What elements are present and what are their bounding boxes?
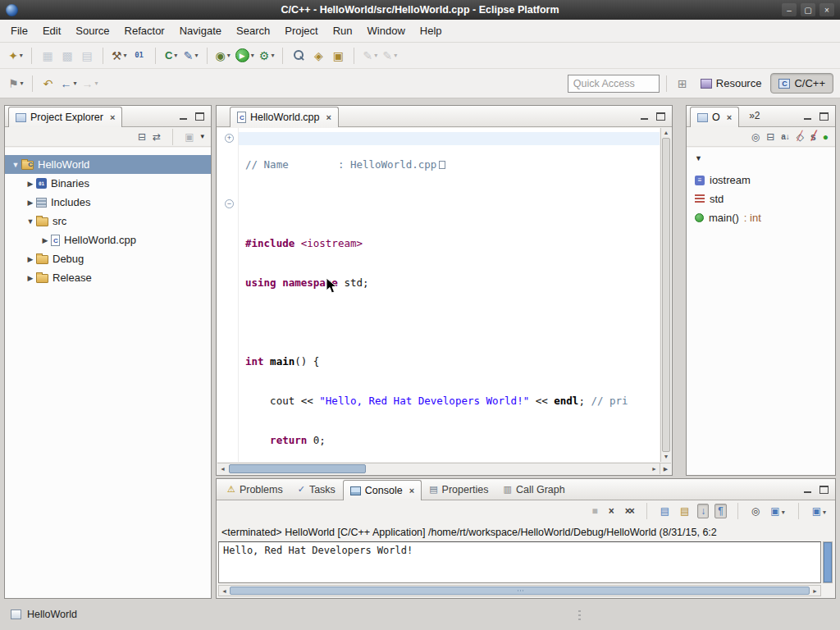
maximize-view-button[interactable] xyxy=(819,112,829,121)
scroll-down-arrow-icon[interactable]: ▼ xyxy=(661,452,671,462)
show-stderr-button[interactable]: ▤ xyxy=(678,504,692,518)
pin-console-button[interactable]: ◎ xyxy=(749,504,762,518)
link-with-editor-button[interactable]: ⇄ xyxy=(153,132,161,142)
hide-fields-button[interactable]: ◇ xyxy=(797,132,804,142)
remove-all-terminated-button[interactable]: ×× xyxy=(623,504,636,518)
close-icon[interactable]: × xyxy=(110,113,115,122)
scroll-left-arrow-icon[interactable]: ◄ xyxy=(217,463,228,474)
editor-horizontal-scrollbar[interactable]: ◄ ► xyxy=(217,463,660,474)
collapse-all-button[interactable]: ⊟ xyxy=(138,132,146,142)
menu-project[interactable]: Project xyxy=(277,21,325,41)
menu-search[interactable]: Search xyxy=(229,21,277,41)
minimize-view-button[interactable] xyxy=(803,486,812,494)
quick-access-input[interactable] xyxy=(568,75,660,93)
menu-run[interactable]: Run xyxy=(326,21,360,41)
new-wizard-button[interactable]: ✦ xyxy=(7,46,25,66)
close-icon[interactable]: × xyxy=(409,486,414,495)
expander-icon[interactable]: ▼ xyxy=(25,217,36,226)
tab-tasks[interactable]: ✓ Tasks xyxy=(290,479,343,500)
scrollbar-thumb[interactable] xyxy=(662,138,670,452)
expander-icon[interactable]: ▶ xyxy=(25,180,36,188)
expander-icon[interactable]: ▶ xyxy=(25,255,36,263)
menu-file[interactable]: File xyxy=(3,21,35,41)
minimize-view-button[interactable] xyxy=(803,112,812,121)
scroll-right-arrow-icon[interactable]: ► xyxy=(649,463,660,474)
display-console-button[interactable]: ▣ xyxy=(768,504,787,518)
tree-item-binaries[interactable]: ▶ Binaries xyxy=(5,174,211,193)
new-source-file-button[interactable]: ✎ xyxy=(182,46,200,66)
trim-drag-handle[interactable] xyxy=(578,610,581,622)
sort-button[interactable]: a↓ xyxy=(781,133,790,141)
show-stdout-button[interactable]: ▤ xyxy=(658,504,672,518)
scrollbar-thumb[interactable] xyxy=(230,587,810,595)
scroll-left-arrow-icon[interactable]: ◄ xyxy=(219,586,230,596)
terminate-button[interactable]: ■ xyxy=(589,504,600,518)
close-icon[interactable]: × xyxy=(326,113,331,122)
outline-item-iostream[interactable]: iostream xyxy=(687,171,835,189)
open-type-button[interactable]: ◈ xyxy=(309,46,327,66)
fold-expanded-icon[interactable]: − xyxy=(225,199,234,208)
minimize-view-button[interactable] xyxy=(640,112,649,121)
editor-scroll-corner[interactable]: ▶ xyxy=(660,463,671,474)
scroll-right-arrow-icon[interactable]: ► xyxy=(810,586,820,596)
expander-icon[interactable]: ▶ xyxy=(25,199,36,207)
back-button[interactable]: ← xyxy=(59,74,79,94)
scrollbar-thumb[interactable] xyxy=(824,542,832,582)
tab-properties[interactable]: ▤ Properties xyxy=(422,479,495,500)
tab-console[interactable]: Console × xyxy=(343,480,422,500)
expander-icon[interactable]: ▶ xyxy=(39,236,51,244)
close-window-button[interactable]: × xyxy=(819,3,834,16)
view-menu-button[interactable]: ▾ xyxy=(200,133,204,140)
outline-item-std[interactable]: std xyxy=(687,189,835,208)
maximize-view-button[interactable] xyxy=(195,112,204,121)
outline-root-caret-icon[interactable]: ▼ xyxy=(695,154,835,162)
perspective-cpp-button[interactable]: C/C++ xyxy=(770,73,833,94)
focus-icon[interactable]: ◎ xyxy=(751,132,760,142)
menu-window[interactable]: Window xyxy=(360,21,413,41)
scroll-up-arrow-icon[interactable]: ▲ xyxy=(661,128,671,138)
maximize-view-button[interactable] xyxy=(656,112,665,121)
outline-item-main[interactable]: main() : int xyxy=(687,208,835,227)
tree-item-release[interactable]: ▶ Release xyxy=(5,268,211,287)
print-button[interactable]: ▤ xyxy=(78,46,96,66)
save-button[interactable]: ▦ xyxy=(39,46,57,66)
console-output[interactable]: Hello, Red Hat Developers World! xyxy=(218,541,821,583)
menu-refactor[interactable]: Refactor xyxy=(117,21,172,41)
code-editor[interactable]: + − // Name : HelloWorld.cpp #include <i… xyxy=(217,128,660,462)
tree-item-helloworld-project[interactable]: ▼ HelloWorld xyxy=(5,155,211,174)
collapse-all-button[interactable]: ⊟ xyxy=(766,132,774,142)
scrollbar-thumb[interactable] xyxy=(229,464,366,473)
folded-region-box[interactable] xyxy=(439,161,445,169)
build-active-config-button[interactable]: 01 xyxy=(130,46,148,66)
focus-task-button[interactable]: ▣ xyxy=(185,132,194,142)
build-all-button[interactable]: ⚒ xyxy=(110,46,129,66)
hide-non-public-button[interactable]: ● xyxy=(823,132,829,142)
minimize-window-button[interactable]: – xyxy=(782,3,797,16)
tab-helloworld-cpp[interactable]: HelloWorld.cpp × xyxy=(230,107,339,127)
close-icon[interactable]: × xyxy=(727,113,732,122)
perspective-resource-button[interactable]: Resource xyxy=(693,74,769,93)
tab-call-graph[interactable]: ▥ Call Graph xyxy=(496,479,573,500)
expander-icon[interactable]: ▼ xyxy=(10,161,21,169)
new-class-button[interactable]: C xyxy=(162,46,180,66)
word-wrap-button[interactable]: ¶ xyxy=(714,504,726,518)
maximize-view-button[interactable] xyxy=(819,486,829,494)
forward-button[interactable]: → xyxy=(80,74,100,94)
search-button[interactable] xyxy=(290,46,308,66)
external-tools-button[interactable]: ⚙ xyxy=(258,46,276,66)
console-vertical-scrollbar[interactable] xyxy=(823,541,833,583)
last-edit-location-button[interactable]: ↶ xyxy=(39,74,57,94)
open-resource-button[interactable]: ▣ xyxy=(329,46,347,66)
fold-collapsed-icon[interactable]: + xyxy=(225,134,234,143)
expander-icon[interactable]: ▶ xyxy=(25,274,36,282)
next-annotation-button[interactable]: ✎ xyxy=(361,46,379,66)
tree-item-debug[interactable]: ▶ Debug xyxy=(5,249,211,268)
maximize-window-button[interactable]: ▢ xyxy=(801,3,815,16)
tree-item-src[interactable]: ▼ src xyxy=(5,212,211,231)
menu-source[interactable]: Source xyxy=(68,21,116,41)
menu-help[interactable]: Help xyxy=(413,21,450,41)
minimize-view-button[interactable] xyxy=(179,112,188,121)
editor-vertical-scrollbar[interactable]: ▲ ▼ xyxy=(660,128,671,462)
remove-launch-button[interactable]: × xyxy=(606,504,617,518)
open-console-button[interactable]: ▣ xyxy=(810,504,829,518)
